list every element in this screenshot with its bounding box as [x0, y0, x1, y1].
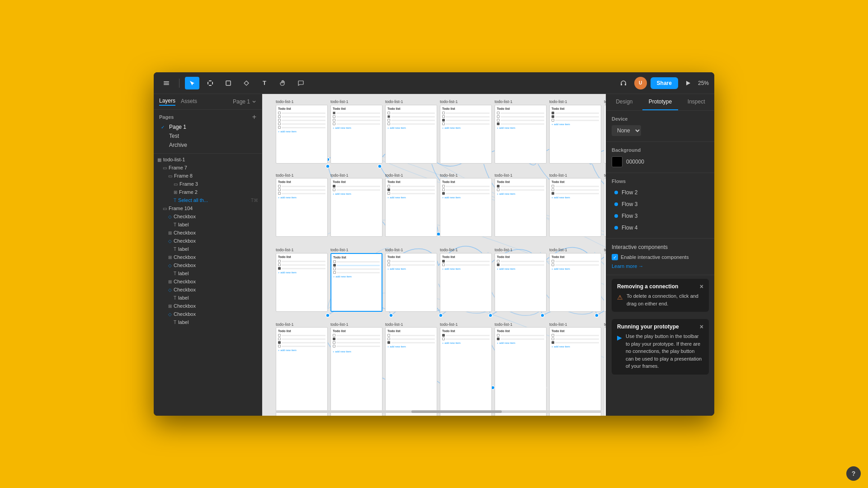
page-item-test[interactable]: Test: [159, 131, 256, 141]
tab-layers[interactable]: Layers: [159, 98, 175, 106]
canvas-horizontal-scrollbar[interactable]: [276, 410, 601, 413]
comment-tool[interactable]: [293, 77, 308, 89]
removing-connection-title: Removing a connection ×: [617, 283, 703, 290]
main-area: Layers Assets Page 1 Pages + ✓ Page 1: [154, 94, 714, 416]
bg-color-swatch[interactable]: [612, 156, 623, 167]
frame-box-r3c1[interactable]: Todo list + add new item: [276, 253, 328, 312]
flow-dot-4: [614, 226, 618, 230]
flow-item-4[interactable]: Flow 4: [612, 223, 709, 233]
layer-checkbox-4[interactable]: ◇ Checkbox: [154, 286, 262, 294]
frame-box-r4c4[interactable]: Todo list + add new item: [440, 327, 492, 416]
background-title: Background: [612, 147, 709, 153]
layer-frame3[interactable]: ▭ Frame 3: [154, 180, 262, 188]
layer-frame7[interactable]: ▭ Frame 7: [154, 164, 262, 172]
layer-select-all[interactable]: T Select all th... T⌘: [154, 196, 262, 204]
tab-page[interactable]: Page 1: [233, 99, 256, 105]
play-button[interactable]: [682, 77, 694, 89]
frame-box-r1c1[interactable]: Todo list + add new item: [276, 105, 328, 164]
flow-item-1[interactable]: Flow 2: [612, 188, 709, 197]
frame-box-r3c4[interactable]: Todo list + add new item: [440, 253, 492, 312]
frame-box-r3c7[interactable]: Todo list + add new item: [604, 253, 606, 312]
add-page-button[interactable]: +: [252, 113, 256, 121]
layer-checkbox-2[interactable]: ◇ Checkbox: [154, 237, 262, 245]
tab-prototype[interactable]: Prototype: [642, 94, 679, 110]
layer-instance-icon-2: ⊞: [168, 255, 172, 260]
layer-checkbox-instance-3[interactable]: ⊞ Checkbox: [154, 277, 262, 286]
scrollbar-thumb[interactable]: [411, 410, 502, 413]
layer-checkbox-1[interactable]: ◇ Checkbox: [154, 212, 262, 221]
ic-learn-more-link[interactable]: Learn more →: [612, 263, 643, 269]
canvas[interactable]: todo-list-1 todo-list-1 todo-list-1 todo…: [262, 94, 606, 416]
frame-box-r2c6[interactable]: Todo list + add new item: [549, 178, 601, 237]
layer-diamond-icon-3: ◇: [168, 263, 172, 268]
tab-assets[interactable]: Assets: [181, 98, 197, 105]
layer-label-1[interactable]: T label: [154, 221, 262, 229]
frame-box-r2c2[interactable]: Todo list + add new item: [330, 178, 382, 237]
frame-box-r2c5[interactable]: Todo list + add new item: [495, 178, 547, 237]
layer-label-4[interactable]: T label: [154, 294, 262, 302]
layer-diamond-icon-5: ◇: [168, 312, 172, 317]
frames-row4: Todo list + add new item Todo list + add…: [276, 327, 606, 416]
frame-box-r1c5[interactable]: Todo list + add new item: [495, 105, 547, 164]
frame-box-r4c5[interactable]: Todo list + add new item: [495, 327, 547, 416]
frame-box-r1c3[interactable]: Todo list + add new item: [385, 105, 437, 164]
layer-checkbox-instance-1[interactable]: ⊞ Checkbox: [154, 229, 262, 237]
removing-connection-close[interactable]: ×: [700, 283, 703, 290]
frame-box-r2c7[interactable]: Todo list + add new item: [604, 178, 606, 237]
frame-box-r4c2[interactable]: Todo list + add new item: [330, 327, 382, 416]
frame-box-r2c3[interactable]: Todo list + add new item: [385, 178, 437, 237]
frame-box-r4c7[interactable]: Todo list + add new item: [604, 327, 606, 416]
layer-checkbox-3[interactable]: ◇ Checkbox: [154, 261, 262, 269]
pen-tool[interactable]: [239, 77, 254, 89]
tab-design[interactable]: Design: [606, 94, 642, 110]
layer-todo-list-1[interactable]: ▦ todo-list-1: [154, 155, 262, 164]
page-item-page1[interactable]: ✓ Page 1: [159, 122, 256, 131]
layer-frame8[interactable]: ▭ Frame 8: [154, 172, 262, 180]
zoom-label[interactable]: 25%: [698, 80, 709, 86]
page-item-archive[interactable]: Archive: [159, 141, 256, 150]
move-tool[interactable]: [185, 77, 199, 89]
warning-icon: ⚠: [617, 293, 623, 307]
layer-label-5[interactable]: T label: [154, 318, 262, 326]
frame-box-r2c4[interactable]: Todo list + add new item: [440, 178, 492, 237]
removing-connection-body: ⚠ To delete a connection, click and drag…: [617, 292, 703, 307]
layer-text-icon-3: T: [174, 271, 176, 276]
frame-box-r3c3[interactable]: Todo list + add new item: [385, 253, 437, 312]
headphone-icon[interactable]: [616, 77, 631, 89]
layer-frame2[interactable]: ⊞ Frame 2: [154, 188, 262, 196]
layer-frame104[interactable]: ▭ Frame 104: [154, 204, 262, 212]
frame-box-r1c6[interactable]: Todo list + add new item: [549, 105, 601, 164]
device-select[interactable]: None: [612, 125, 641, 136]
ic-checkbox[interactable]: ✓: [612, 254, 618, 260]
layer-frame-icon-4: ▭: [163, 206, 167, 211]
frame-box-r4c3[interactable]: Todo list + add new item: [385, 327, 437, 416]
layer-checkbox-instance-4[interactable]: ⊞ Checkbox: [154, 302, 262, 310]
frame-box-r4c1[interactable]: Todo list + add new item: [276, 327, 328, 416]
toolbar-right: U Share 25%: [616, 77, 709, 89]
frame-box-r1c4[interactable]: Todo list + add new item: [440, 105, 492, 164]
svg-point-30: [439, 314, 443, 317]
text-tool[interactable]: T: [257, 77, 272, 89]
flow-item-3[interactable]: Flow 3: [612, 211, 709, 221]
menu-button[interactable]: [159, 77, 174, 89]
layer-label-3[interactable]: T label: [154, 269, 262, 277]
panel-tabs: Layers Assets Page 1: [154, 94, 262, 110]
user-avatar[interactable]: U: [634, 77, 647, 89]
frame-box-r4c6[interactable]: Todo list + add new item: [549, 327, 601, 416]
layer-label-2[interactable]: T label: [154, 245, 262, 253]
frame-box-r2c1[interactable]: Todo list + add new item: [276, 178, 328, 237]
layer-checkbox-instance-2[interactable]: ⊞ Checkbox: [154, 253, 262, 261]
hand-tool[interactable]: [275, 77, 290, 89]
running-prototype-close[interactable]: ×: [700, 324, 703, 330]
frame-tool[interactable]: [203, 77, 217, 89]
frame-box-r1c7[interactable]: Todo list + add new item: [604, 105, 606, 164]
shape-tool[interactable]: [221, 77, 236, 89]
frame-box-r3c6[interactable]: Todo list + add new item: [549, 253, 601, 312]
frame-box-r3c2-selected[interactable]: Todo list + add new item: [330, 253, 382, 312]
frame-box-r3c5[interactable]: Todo list + add new item: [495, 253, 547, 312]
frame-box-r1c2[interactable]: Todo list + add new item: [330, 105, 382, 164]
flow-item-2[interactable]: Flow 3: [612, 199, 709, 209]
layer-checkbox-5[interactable]: ◇ Checkbox: [154, 310, 262, 318]
tab-inspect[interactable]: Inspect: [678, 94, 714, 110]
share-button[interactable]: Share: [651, 77, 678, 89]
